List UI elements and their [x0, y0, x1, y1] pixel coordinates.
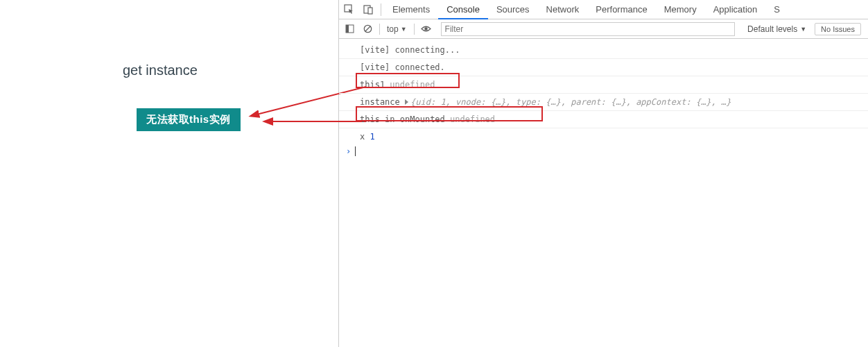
no-issues-button[interactable]: No Issues [815, 23, 861, 35]
log-row[interactable]: this in onMounted undefined [339, 111, 868, 128]
svg-rect-4 [368, 8, 372, 14]
log-text: x [360, 132, 370, 142]
tab-application[interactable]: Application [705, 0, 766, 19]
filter-input[interactable] [441, 22, 736, 36]
console-toolbar: top ▼ Default levels ▼ No Issues [339, 19, 868, 39]
log-object[interactable]: {uid: 1, vnode: {…}, type: {…}, parent: … [410, 97, 731, 107]
log-undefined: undefined [450, 115, 495, 124]
svg-line-8 [365, 26, 370, 31]
divider [379, 24, 380, 35]
svg-rect-6 [346, 25, 349, 33]
tab-network[interactable]: Network [538, 0, 588, 19]
log-row[interactable]: this1 undefined [339, 76, 868, 94]
levels-label: Default levels [747, 24, 797, 34]
tab-elements[interactable]: Elements [384, 0, 438, 19]
device-toggle-icon[interactable] [358, 0, 378, 19]
context-selector[interactable]: top ▼ [384, 24, 410, 34]
clear-console-icon[interactable] [360, 22, 375, 37]
expand-caret-icon[interactable] [405, 99, 408, 105]
chevron-down-icon: ▼ [401, 26, 407, 33]
context-label: top [387, 24, 399, 34]
tab-performance[interactable]: Performance [587, 0, 655, 19]
levels-selector[interactable]: Default levels ▼ [742, 24, 812, 34]
inspect-element-icon[interactable] [339, 0, 358, 19]
log-text: this in onMounted [360, 115, 450, 124]
devtools-panel: Elements Console Sources Network Perform… [338, 0, 868, 347]
console-body: [vite] connecting... [vite] connected. t… [339, 39, 868, 347]
log-row[interactable]: instance {uid: 1, vnode: {…}, type: {…},… [339, 94, 868, 111]
log-text: this1 [360, 80, 390, 90]
log-number: 1 [370, 132, 374, 142]
log-undefined: undefined [390, 80, 435, 90]
annotation-badge: 无法获取this实例 [137, 108, 241, 131]
tab-more[interactable]: S [765, 0, 788, 19]
chevron-down-icon: ▼ [800, 26, 806, 33]
tab-sources[interactable]: Sources [488, 0, 538, 19]
sidebar-toggle-icon[interactable] [342, 22, 357, 37]
divider [381, 3, 381, 16]
log-row[interactable]: [vite] connected. [339, 59, 868, 76]
console-prompt[interactable]: › [339, 145, 868, 158]
divider [414, 24, 415, 35]
log-row[interactable]: [vite] connecting... [339, 42, 868, 59]
prompt-caret-icon: › [346, 146, 351, 156]
tab-console[interactable]: Console [438, 0, 488, 19]
log-text: instance [360, 97, 405, 107]
tab-memory[interactable]: Memory [656, 0, 705, 19]
tabs-bar: Elements Console Sources Network Perform… [339, 0, 868, 19]
eye-icon[interactable] [419, 22, 434, 37]
page-title: get instance [123, 62, 198, 78]
text-cursor [355, 146, 356, 156]
svg-point-9 [424, 27, 427, 30]
log-row[interactable]: x 1 [339, 128, 868, 145]
